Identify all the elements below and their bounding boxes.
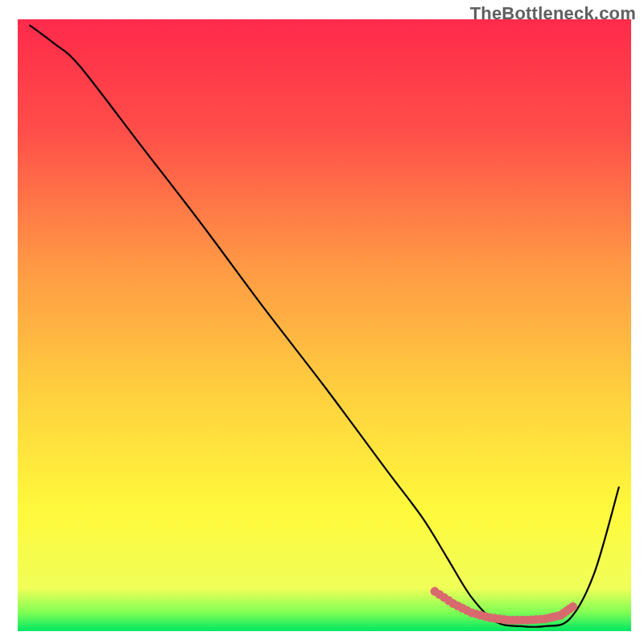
watermark-text: TheBottleneck.com [470, 3, 636, 24]
plot-background [18, 19, 631, 631]
optimal-dot [568, 602, 577, 611]
chart-container: TheBottleneck.com [0, 0, 644, 644]
bottleneck-chart [0, 0, 644, 644]
